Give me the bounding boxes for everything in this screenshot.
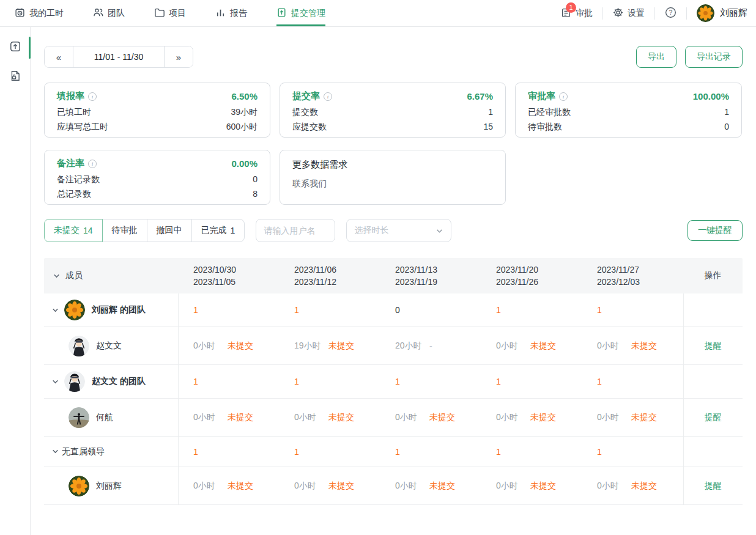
stat-value: 1	[724, 105, 729, 119]
user-name: 刘丽辉	[720, 7, 747, 19]
hours-value: 20小时	[395, 341, 429, 352]
nav-divider	[602, 7, 603, 20]
export-button[interactable]: 导出	[636, 46, 676, 68]
date-range-label[interactable]: 11/01 - 11/30	[73, 46, 165, 67]
nav-item-projects[interactable]: 项目	[154, 0, 186, 26]
group-count: 1	[280, 377, 380, 386]
approval-button[interactable]: 1 审批	[561, 7, 593, 20]
group-count: 1	[380, 447, 481, 457]
card-title: 备注率	[57, 158, 84, 169]
nav-item-submission-management[interactable]: 提交管理	[276, 0, 325, 26]
gear-icon	[613, 7, 623, 20]
nav-item-label: 报告	[230, 8, 247, 19]
top-navbar: 我的工时 团队 项目 报告 提交管理 1 审批 设置	[0, 0, 756, 27]
nav-item-label: 我的工时	[29, 8, 64, 19]
help-button[interactable]: ?	[665, 7, 676, 20]
status-badge: 未提交	[228, 341, 253, 352]
card-more-data: 更多数据需求 联系我们	[280, 150, 506, 205]
table-row-group: 赵文文 的团队 1 1 1 1 1	[44, 365, 743, 399]
remind-link[interactable]: 提醒	[705, 412, 722, 423]
user-menu[interactable]: 刘丽辉	[697, 4, 747, 22]
group-name: 无直属领导	[62, 446, 105, 457]
group-name: 赵文文 的团队	[92, 376, 146, 387]
username-input[interactable]	[256, 219, 335, 242]
duration-select[interactable]: 选择时长	[346, 219, 451, 242]
table-row-member: 何航 0小时未提交 0小时未提交 0小时未提交 0小时未提交 0小时未提交 提醒	[44, 399, 743, 437]
main-content: « 11/01 - 11/30 » 导出 导出记录 填报率 i 6.50% 已填…	[31, 27, 756, 535]
sidebar-active-indicator	[29, 37, 31, 59]
group-count: 1	[280, 305, 380, 315]
chevron-down-icon[interactable]	[53, 272, 61, 280]
tab-not-submitted[interactable]: 未提交14	[44, 219, 103, 242]
hours-value: 0小时	[395, 412, 429, 423]
group-count: 1	[179, 305, 280, 315]
card-approval-rate: 审批率 i 100.00% 已经审批数1 待审批数0	[515, 83, 742, 138]
status-badge: 未提交	[631, 412, 657, 423]
info-icon[interactable]: i	[88, 160, 97, 168]
export-records-button[interactable]: 导出记录	[685, 46, 743, 68]
hours-value: 0小时	[597, 412, 631, 423]
table-row-member: 刘丽辉 0小时未提交 0小时未提交 0小时未提交 0小时未提交 0小时未提交 提…	[44, 467, 743, 505]
remind-link[interactable]: 提醒	[705, 481, 722, 492]
doc-lock-icon[interactable]	[9, 70, 21, 82]
stat-label: 应填写总工时	[57, 119, 108, 134]
nav-item-my-hours[interactable]: 我的工时	[15, 0, 64, 26]
prev-period-button[interactable]: «	[45, 46, 73, 67]
toolbar-right: 导出 导出记录	[636, 46, 743, 68]
group-count: 1	[179, 447, 280, 457]
card-note-rate: 备注率 i 0.00% 备注记录数0 总记录数8	[44, 150, 270, 205]
status-badge: 未提交	[429, 412, 455, 423]
hours-value: 19小时	[294, 341, 328, 352]
date-range-picker: « 11/01 - 11/30 »	[44, 46, 193, 68]
info-icon[interactable]: i	[88, 92, 97, 101]
info-icon[interactable]: i	[324, 92, 332, 101]
stat-label: 已填工时	[57, 105, 91, 119]
tab-count: 1	[231, 226, 235, 235]
svg-text:?: ?	[669, 9, 673, 16]
chevron-down-icon[interactable]	[51, 378, 59, 386]
status-tabs: 未提交14 待审批 撤回中 已完成1	[44, 219, 245, 242]
status-badge: 未提交	[631, 341, 657, 352]
avatar	[64, 300, 85, 320]
nav-item-label: 提交管理	[291, 8, 325, 19]
stat-label: 备注记录数	[57, 172, 100, 186]
group-count: 1	[582, 377, 683, 386]
next-period-button[interactable]: »	[165, 46, 193, 67]
contact-us-link[interactable]: 联系我们	[292, 179, 493, 190]
hours-value: 0小时	[496, 341, 530, 352]
table-row-group: 无直属领导 1 1 1 1 1	[44, 437, 743, 467]
group-count: 1	[582, 447, 683, 457]
tab-withdrawing[interactable]: 撤回中	[147, 219, 192, 242]
avatar	[69, 407, 89, 428]
stat-label: 已经审批数	[528, 105, 571, 119]
remind-all-button[interactable]: 一键提醒	[687, 220, 743, 241]
people-icon	[93, 7, 103, 20]
calendar-clock-icon	[15, 7, 25, 20]
table-row-group: 刘丽辉 的团队 1 1 0 1 1	[44, 293, 743, 327]
status-badge: 未提交	[328, 341, 354, 352]
group-count: 1	[582, 305, 683, 315]
group-count: 1	[179, 377, 280, 386]
settings-button[interactable]: 设置	[613, 7, 645, 20]
chevron-down-icon[interactable]	[51, 306, 59, 314]
card-submit-rate: 提交率 i 6.67% 提交数1 应提交数15	[280, 83, 506, 138]
hours-value: 0小时	[597, 341, 631, 352]
tab-pending-approval[interactable]: 待审批	[102, 219, 147, 242]
table-row-member: 赵文文 0小时未提交 19小时未提交 20小时- 0小时未提交 0小时未提交 提…	[44, 327, 743, 365]
submit-panel-icon[interactable]	[9, 40, 21, 53]
help-icon: ?	[665, 7, 676, 20]
chevron-down-icon[interactable]	[51, 448, 59, 456]
settings-label: 设置	[628, 8, 645, 19]
tab-completed[interactable]: 已完成1	[191, 219, 245, 242]
nav-item-team[interactable]: 团队	[93, 0, 125, 26]
nav-item-reports[interactable]: 报告	[215, 0, 247, 26]
info-icon[interactable]: i	[559, 92, 568, 101]
group-count: 1	[481, 447, 582, 457]
table-header: 成员 2023/10/302023/11/05 2023/11/062023/1…	[44, 258, 743, 293]
remind-link[interactable]: 提醒	[705, 341, 722, 352]
group-count: 1	[481, 377, 582, 386]
clipboard-icon: 1	[561, 7, 571, 20]
member-name: 何航	[96, 412, 113, 423]
stat-value: 8	[253, 186, 258, 201]
status-badge: 未提交	[228, 481, 253, 492]
